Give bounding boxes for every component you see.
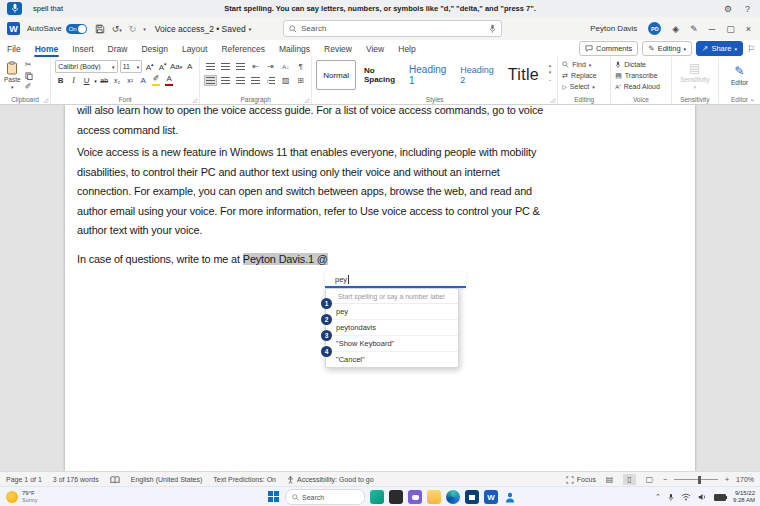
paste-button[interactable]: Paste ▾ [4, 59, 21, 91]
power-automate-icon[interactable] [370, 490, 384, 504]
web-layout-button[interactable]: ▢ [643, 474, 656, 485]
grow-font-button[interactable]: A▴ [144, 61, 155, 72]
zoom-slider[interactable] [674, 479, 718, 480]
pen-icon[interactable]: ✎ [690, 24, 698, 34]
change-case-button[interactable]: Aa▾ [170, 61, 182, 72]
align-right-button[interactable] [234, 75, 247, 86]
underline-button[interactable]: U [81, 75, 92, 86]
comments-button[interactable]: Comments [579, 41, 638, 56]
edge-icon[interactable] [446, 490, 460, 504]
word-app-icon[interactable]: W [7, 22, 20, 35]
page-indicator[interactable]: Page 1 of 1 [6, 476, 42, 483]
ribbon-pin-icon[interactable]: ⚐ [747, 44, 755, 54]
tab-help[interactable]: Help [391, 40, 422, 57]
voice-settings-gear-icon[interactable]: ⚙ [724, 4, 732, 14]
suggestion-item-2[interactable]: 2 peytondavis [326, 320, 458, 336]
font-name-select[interactable]: Calibri (Body) ▾ [55, 60, 117, 73]
strikethrough-button[interactable]: ab [99, 75, 110, 86]
tab-home[interactable]: Home [28, 40, 66, 57]
word-count[interactable]: 3 of 176 words [53, 476, 99, 483]
style-heading2[interactable]: Heading 2 [454, 61, 500, 89]
select-button[interactable]: ▷ Select▾ [562, 81, 606, 92]
font-size-select[interactable]: 11 ▾ [120, 60, 143, 73]
style-no-spacing[interactable]: No Spacing [358, 61, 401, 89]
file-explorer-icon[interactable] [427, 490, 441, 504]
tab-layout[interactable]: Layout [175, 40, 215, 57]
focus-button[interactable]: Focus [566, 476, 596, 484]
dialog-launcher-icon[interactable]: ◿ [193, 96, 198, 103]
editor-button[interactable]: ✎ Editor [723, 59, 756, 91]
tab-file[interactable]: File [0, 40, 28, 57]
tray-mic-icon[interactable] [668, 493, 674, 502]
align-left-button[interactable] [204, 75, 217, 86]
search-mic-icon[interactable] [489, 24, 496, 34]
line-spacing-button[interactable]: ↕ [264, 75, 277, 86]
document-title[interactable]: Voice access_2 • Saved ▾ [155, 24, 251, 34]
suggestion-item-3[interactable]: 3 "Show Keyboard" [326, 336, 458, 352]
bold-button[interactable]: B [55, 75, 66, 86]
dialog-launcher-icon[interactable]: ◿ [305, 96, 310, 103]
decrease-indent-button[interactable]: ⇤ [249, 61, 262, 72]
taskbar-search[interactable]: Search [285, 489, 365, 505]
shrink-font-button[interactable]: A▾ [157, 61, 168, 72]
weather-widget[interactable]: 79°F Sunny [6, 490, 38, 503]
read-mode-button[interactable]: ▤ [603, 474, 616, 485]
tab-design[interactable]: Design [134, 40, 174, 57]
justify-button[interactable] [249, 75, 262, 86]
italic-button[interactable]: I [68, 75, 79, 86]
style-heading1[interactable]: Heading 1 [403, 61, 452, 89]
language-indicator[interactable]: English (United States) [131, 476, 203, 483]
increase-indent-button[interactable]: ⇥ [264, 61, 277, 72]
find-button[interactable]: Find▾ [562, 59, 606, 70]
collapse-ribbon-icon[interactable]: ⌄ [749, 95, 755, 103]
styles-scroll-down-icon[interactable]: ▾ [549, 69, 552, 75]
suggestion-item-4[interactable]: 4 "Cancel" [326, 352, 458, 367]
quick-access-more-icon[interactable]: ▾ [143, 26, 146, 32]
zoom-out-button[interactable]: − [663, 476, 667, 483]
transcribe-button[interactable]: ▤ Transcribe [615, 70, 666, 81]
text-effects-button[interactable]: A [138, 75, 149, 86]
tray-clock[interactable]: 9/15/22 9:28 AM [733, 490, 755, 504]
copy-icon[interactable] [25, 72, 33, 80]
editing-mode-button[interactable]: ✎ Editing ▾ [642, 41, 692, 56]
spelling-input[interactable]: pey [325, 272, 466, 288]
search-box[interactable]: Search [283, 20, 502, 37]
font-color-button[interactable]: A [164, 75, 175, 86]
voice-access-mic-button[interactable] [7, 2, 22, 15]
shading-button[interactable]: ▨ [279, 75, 292, 86]
style-normal[interactable]: Normal [316, 60, 356, 90]
bullets-button[interactable] [204, 61, 217, 72]
cut-icon[interactable]: ✂ [25, 61, 33, 69]
format-painter-icon[interactable]: ✐ [25, 83, 33, 91]
terminal-icon[interactable] [389, 490, 403, 504]
start-button[interactable] [268, 491, 280, 503]
autosave-toggle[interactable]: On [66, 24, 87, 34]
zoom-level[interactable]: 170% [736, 476, 754, 483]
tab-draw[interactable]: Draw [101, 40, 135, 57]
tab-insert[interactable]: Insert [65, 40, 100, 57]
user-avatar[interactable]: PD [648, 22, 661, 35]
superscript-button[interactable]: x² [125, 75, 136, 86]
show-marks-button[interactable]: ¶ [294, 61, 307, 72]
dialog-launcher-icon[interactable]: ◿ [551, 96, 556, 103]
numbering-button[interactable] [219, 61, 232, 72]
voice-help-icon[interactable]: ? [745, 4, 750, 14]
tab-mailings[interactable]: Mailings [272, 40, 317, 57]
presence-icon[interactable]: ◈ [672, 24, 679, 34]
zoom-in-button[interactable]: + [725, 476, 729, 483]
tab-references[interactable]: References [214, 40, 271, 57]
text-predictions[interactable]: Text Predictions: On [213, 476, 276, 483]
proofing-book-icon[interactable] [110, 476, 120, 484]
sort-button[interactable]: A↓ [279, 61, 292, 72]
dialog-launcher-icon[interactable]: ◿ [44, 96, 49, 103]
styles-gallery-expand-icon[interactable]: ⌄ [548, 76, 552, 82]
store-icon[interactable] [465, 490, 479, 504]
restore-button[interactable]: ▢ [726, 24, 735, 34]
undo-button[interactable]: ↺▾ [112, 24, 122, 34]
share-button[interactable]: ↗ Share ▾ [696, 41, 743, 56]
borders-button[interactable]: ⊞ [294, 75, 307, 86]
wifi-icon[interactable] [681, 493, 691, 501]
hidden-icons-chevron[interactable]: ⌃ [655, 493, 661, 501]
redo-button[interactable]: ↻ [129, 24, 137, 34]
close-button[interactable]: × [746, 24, 751, 34]
